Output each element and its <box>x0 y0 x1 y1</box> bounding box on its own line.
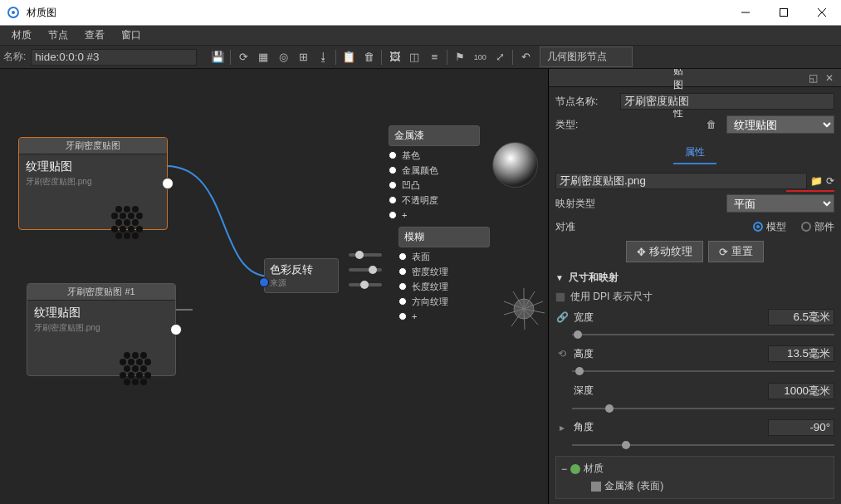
fuzzy-input-density[interactable]: 密度纹理 <box>398 264 490 279</box>
fuzzy-input-add[interactable]: + <box>398 309 490 324</box>
metal-input-base[interactable]: 基色 <box>389 148 480 163</box>
hex-thumb-icon <box>119 349 152 390</box>
node-name-input[interactable] <box>620 93 834 110</box>
reset-button[interactable]: ⟳重置 <box>708 241 764 262</box>
window-maximize-button[interactable] <box>765 0 803 25</box>
clipboard-icon[interactable]: 📋 <box>340 48 358 66</box>
undo-icon[interactable]: ↶ <box>516 48 535 66</box>
texture-file-input[interactable] <box>555 173 807 189</box>
svg-point-37 <box>124 379 130 385</box>
image-icon[interactable]: 🖼 <box>385 48 403 66</box>
window-title: 材质图 <box>27 6 726 20</box>
height-slider[interactable] <box>572 367 834 374</box>
fit-icon[interactable]: ⤢ <box>491 48 509 66</box>
window-minimize-button[interactable] <box>726 0 765 25</box>
annotation-underline <box>786 190 834 192</box>
svg-point-18 <box>128 226 134 232</box>
texture-node-1[interactable]: 牙刷密度贴图 纹理贴图 牙刷密度贴图.png <box>18 137 168 230</box>
levels-icon[interactable]: ≡ <box>425 48 443 66</box>
svg-point-11 <box>128 213 134 219</box>
texture-node-2[interactable]: 牙刷密度贴图 #1 纹理贴图 牙刷密度贴图.png <box>27 283 176 376</box>
angle-slider[interactable] <box>572 441 834 448</box>
flag-icon[interactable]: ⚑ <box>451 48 469 66</box>
svg-point-21 <box>124 232 130 239</box>
height-input[interactable] <box>768 345 834 362</box>
svg-point-19 <box>136 226 143 232</box>
svg-point-27 <box>128 359 134 365</box>
metal-input-metalcolor[interactable]: 金属颜色 <box>389 163 480 178</box>
width-input[interactable] <box>768 309 834 325</box>
geo-node-dropdown[interactable]: 几何图形节点 <box>540 46 633 67</box>
svg-point-16 <box>111 226 118 232</box>
tab-properties[interactable]: 属性 <box>673 142 716 164</box>
sync-icon[interactable]: ⟲ <box>555 347 569 360</box>
save-icon[interactable]: 💾 <box>208 48 227 66</box>
depth-input[interactable] <box>768 383 834 399</box>
menu-window[interactable]: 窗口 <box>113 25 149 46</box>
metal-input-bump[interactable]: 凹凸 <box>389 178 480 193</box>
map-type-select[interactable]: 平面 <box>726 194 834 213</box>
link-icon[interactable]: 🔗 <box>555 311 569 324</box>
panel-popout-icon[interactable]: ◱ <box>806 71 819 85</box>
node2-output-port[interactable] <box>170 324 182 335</box>
tree-collapse-icon[interactable]: − <box>561 463 567 475</box>
svg-point-23 <box>124 352 130 359</box>
width-slider[interactable] <box>572 330 834 337</box>
use-dpi-checkbox[interactable] <box>555 292 565 302</box>
metal-input-opacity[interactable]: 不透明度 <box>389 193 480 208</box>
svg-point-35 <box>136 372 143 379</box>
menu-node[interactable]: 节点 <box>40 25 76 46</box>
move-texture-button[interactable]: ✥移动纹理 <box>626 241 703 262</box>
node1-title: 牙刷密度贴图 <box>19 138 167 154</box>
menu-view[interactable]: 查看 <box>76 25 113 46</box>
panel-header: 纹理贴图 属性 ◱ ✕ <box>549 69 841 87</box>
node1-file: 牙刷密度贴图.png <box>26 176 160 188</box>
align-part-radio[interactable]: 部件 <box>801 220 834 234</box>
metal-input-add[interactable]: + <box>389 208 480 223</box>
svg-point-8 <box>132 206 139 213</box>
export-icon[interactable]: ⭳ <box>314 48 332 66</box>
metal-paint-node[interactable]: 金属漆 基色 金属颜色 凹凸 不透明度 + <box>389 125 480 223</box>
align-model-radio[interactable]: 模型 <box>753 220 786 234</box>
chevron-down-icon: ▼ <box>555 273 564 282</box>
node-graph-canvas[interactable]: 牙刷密度贴图 纹理贴图 牙刷密度贴图.png 牙刷密度贴图 #1 纹理贴图 牙刷… <box>0 69 549 504</box>
svg-point-15 <box>132 219 139 226</box>
refresh-icon[interactable]: ⟳ <box>234 48 252 66</box>
tree-root-row[interactable]: − 材质 <box>560 460 830 477</box>
reload-file-icon[interactable]: ⟳ <box>826 175 834 187</box>
material-ball-icon <box>570 464 580 474</box>
fuzzy-node[interactable]: 模糊 表面 密度纹理 长度纹理 方向纹理 + <box>398 227 490 324</box>
svg-point-20 <box>115 232 122 239</box>
fuzzy-input-surface[interactable]: 表面 <box>398 249 490 264</box>
node-name-label: 节点名称: <box>555 95 614 109</box>
folder-open-icon[interactable]: 📁 <box>810 175 823 187</box>
type-select[interactable]: 纹理贴图 <box>726 115 834 134</box>
section-size-mapping[interactable]: ▼ 尺寸和映射 <box>555 271 834 285</box>
trash-icon[interactable]: 🗑 <box>359 48 378 66</box>
brush-preview-icon <box>500 285 548 333</box>
invert-input-port[interactable] <box>259 277 269 287</box>
name-input[interactable] <box>31 49 197 66</box>
layout-icon[interactable]: ⊞ <box>294 48 312 66</box>
svg-point-7 <box>124 206 130 213</box>
hex-thumb-icon <box>110 203 144 244</box>
svg-rect-3 <box>780 9 788 17</box>
menu-material[interactable]: 材质 <box>3 25 40 46</box>
zoom100-icon[interactable]: 100 <box>471 48 489 66</box>
align-label: 对准 <box>555 220 614 234</box>
delete-type-icon[interactable]: 🗑 <box>703 116 720 133</box>
panel-close-icon[interactable]: ✕ <box>823 71 836 85</box>
color-invert-node[interactable]: 色彩反转 来源 <box>264 258 339 293</box>
target-icon[interactable]: ◎ <box>274 48 292 66</box>
window-close-button[interactable] <box>803 0 841 25</box>
node1-output-port[interactable] <box>162 178 174 189</box>
angle-input[interactable] <box>768 419 834 436</box>
grid-icon[interactable]: ▦ <box>254 48 272 66</box>
fuzzy-input-direction[interactable]: 方向纹理 <box>398 294 490 309</box>
depth-slider[interactable] <box>572 404 834 411</box>
crop-icon[interactable]: ◫ <box>405 48 423 66</box>
expand-angle-icon[interactable]: ▸ <box>555 421 569 434</box>
fuzzy-input-length[interactable]: 长度纹理 <box>398 279 490 294</box>
tree-child-row[interactable]: 金属漆 (表面) <box>560 477 830 495</box>
node1-type: 纹理贴图 <box>26 159 160 174</box>
